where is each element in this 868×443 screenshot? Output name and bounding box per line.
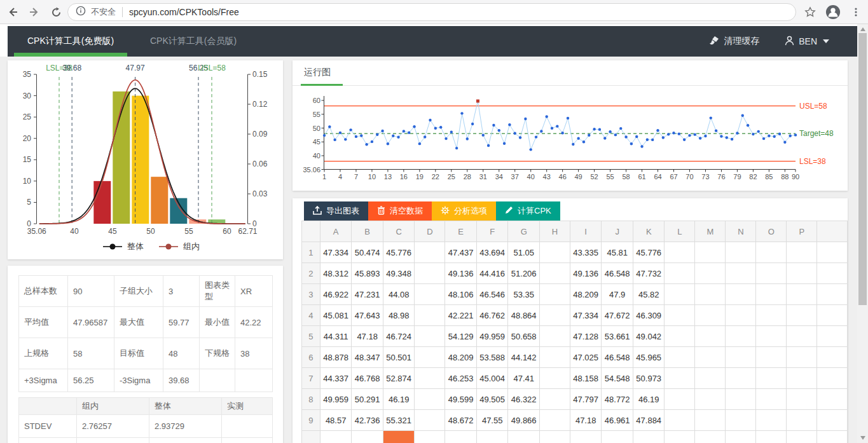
- cell-N6[interactable]: [726, 347, 756, 368]
- cell-row10[interactable]: [508, 431, 540, 443]
- cell-N1[interactable]: [726, 242, 756, 263]
- cell-O3[interactable]: [756, 284, 787, 305]
- cell-A6[interactable]: 48.878: [320, 347, 352, 368]
- url-text[interactable]: spcyun.com/CPKTools/Free: [129, 7, 239, 17]
- cell-G1[interactable]: 51.05: [508, 242, 540, 263]
- cell-H1[interactable]: [539, 242, 570, 263]
- cell-P1[interactable]: [787, 242, 817, 263]
- cell-F6[interactable]: 53.588: [476, 347, 508, 368]
- cell-A1[interactable]: 47.334: [320, 242, 352, 263]
- cell-row10[interactable]: [476, 431, 508, 443]
- cell-B1[interactable]: 50.474: [352, 242, 383, 263]
- forward-icon[interactable]: [27, 4, 42, 20]
- cell-C3[interactable]: 44.08: [383, 284, 415, 305]
- cell-row10[interactable]: [726, 431, 756, 443]
- cell-B5[interactable]: 47.18: [352, 326, 383, 347]
- row-header-5[interactable]: 5: [302, 326, 320, 347]
- cell-E5[interactable]: 54.129: [445, 326, 477, 347]
- cell-F9[interactable]: 47.55: [476, 410, 508, 431]
- cell-G3[interactable]: 53.35: [508, 284, 540, 305]
- calc-cpk-button[interactable]: 计算CPK: [496, 201, 560, 221]
- sheet-corner[interactable]: [302, 221, 320, 242]
- column-header-A[interactable]: A: [320, 221, 352, 242]
- cell-O5[interactable]: [756, 326, 787, 347]
- cell-B8[interactable]: 50.291: [352, 389, 383, 410]
- cell-O2[interactable]: [756, 263, 787, 284]
- cell-clipped[interactable]: [817, 305, 848, 326]
- cell-L3[interactable]: [665, 284, 695, 305]
- cell-D4[interactable]: [415, 305, 445, 326]
- cell-B9[interactable]: 42.736: [352, 410, 383, 431]
- column-header-E[interactable]: E: [445, 221, 477, 242]
- cell-H4[interactable]: [539, 305, 570, 326]
- cell-E3[interactable]: 48.106: [445, 284, 477, 305]
- cell-D9[interactable]: [415, 410, 445, 431]
- cell-F5[interactable]: 49.959: [476, 326, 508, 347]
- cell-B7[interactable]: 46.768: [352, 368, 383, 389]
- cell-M7[interactable]: [695, 368, 726, 389]
- cell-D6[interactable]: [415, 347, 445, 368]
- cell-A3[interactable]: 46.922: [320, 284, 352, 305]
- cell-J2[interactable]: 46.548: [602, 263, 633, 284]
- cell-A7[interactable]: 44.337: [320, 368, 352, 389]
- cell-L9[interactable]: [665, 410, 695, 431]
- cell-F3[interactable]: 46.546: [476, 284, 508, 305]
- column-header-P[interactable]: P: [787, 221, 817, 242]
- row-header-10[interactable]: [302, 431, 320, 443]
- cell-N4[interactable]: [726, 305, 756, 326]
- cell-K8[interactable]: 46.19: [633, 389, 665, 410]
- cell-E1[interactable]: 47.437: [445, 242, 477, 263]
- cell-G2[interactable]: 51.206: [508, 263, 540, 284]
- cell-N5[interactable]: [726, 326, 756, 347]
- cell-row10[interactable]: [602, 431, 633, 443]
- cell-row10[interactable]: [445, 431, 477, 443]
- cell-P7[interactable]: [787, 368, 817, 389]
- column-header-I[interactable]: I: [570, 221, 602, 242]
- cell-row10[interactable]: [787, 431, 817, 443]
- row-header-3[interactable]: 3: [302, 284, 320, 305]
- clear-cache-button[interactable]: 清理缓存: [708, 36, 759, 48]
- column-header-O[interactable]: O: [756, 221, 787, 242]
- column-header-F[interactable]: F: [476, 221, 508, 242]
- cell-B6[interactable]: 48.347: [352, 347, 383, 368]
- cell-C2[interactable]: 49.348: [383, 263, 415, 284]
- cell-P5[interactable]: [787, 326, 817, 347]
- export-chart-button[interactable]: 导出图表: [304, 201, 368, 221]
- cell-E9[interactable]: 48.672: [445, 410, 477, 431]
- cell-H6[interactable]: [539, 347, 570, 368]
- cell-M4[interactable]: [695, 305, 726, 326]
- cell-E2[interactable]: 49.136: [445, 263, 477, 284]
- address-bar[interactable]: 不安全 spcyun.com/CPKTools/Free: [67, 3, 796, 21]
- cell-F1[interactable]: 43.694: [476, 242, 508, 263]
- cell-clipped[interactable]: [817, 410, 848, 431]
- cell-N8[interactable]: [726, 389, 756, 410]
- cell-I8[interactable]: 47.797: [570, 389, 602, 410]
- cell-row10[interactable]: [695, 431, 726, 443]
- cell-B3[interactable]: 47.231: [352, 284, 383, 305]
- cell-A4[interactable]: 45.081: [320, 305, 352, 326]
- reload-icon[interactable]: [48, 4, 64, 20]
- cell-E4[interactable]: 42.221: [445, 305, 477, 326]
- cell-C10-selected[interactable]: [383, 431, 415, 443]
- cell-M3[interactable]: [695, 284, 726, 305]
- cell-G6[interactable]: 44.142: [508, 347, 540, 368]
- user-menu[interactable]: BEN: [785, 36, 829, 48]
- cell-G9[interactable]: 49.866: [508, 410, 540, 431]
- cell-D5[interactable]: [415, 326, 445, 347]
- column-header-D[interactable]: D: [415, 221, 445, 242]
- cell-C4[interactable]: 48.98: [383, 305, 415, 326]
- cell-I4[interactable]: 47.334: [570, 305, 602, 326]
- cell-K6[interactable]: 45.965: [633, 347, 665, 368]
- cell-M9[interactable]: [695, 410, 726, 431]
- cell-O7[interactable]: [756, 368, 787, 389]
- cell-P3[interactable]: [787, 284, 817, 305]
- cell-L5[interactable]: [665, 326, 695, 347]
- cell-D8[interactable]: [415, 389, 445, 410]
- scrollbar-thumb[interactable]: [858, 33, 867, 305]
- cell-row10[interactable]: [665, 431, 695, 443]
- cell-I6[interactable]: 47.025: [570, 347, 602, 368]
- row-header-9[interactable]: 9: [302, 410, 320, 431]
- cell-F4[interactable]: 46.762: [476, 305, 508, 326]
- cell-K5[interactable]: 49.042: [633, 326, 665, 347]
- column-header-J[interactable]: J: [602, 221, 633, 242]
